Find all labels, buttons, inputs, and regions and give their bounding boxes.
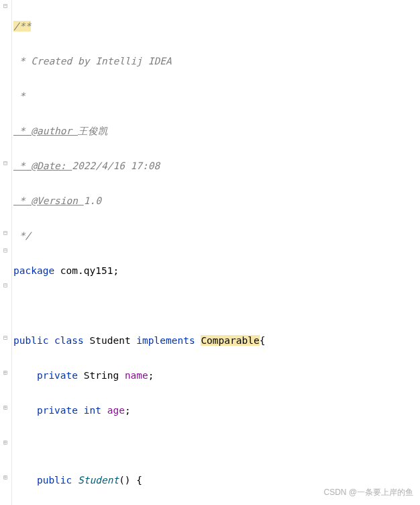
constructor-name: Student [78,475,119,486]
fold-marker[interactable]: ⊟ [2,230,9,236]
type-string: String [84,370,125,381]
comment-start: /** [13,21,31,32]
comment-line: * Created by Intellij IDEA [13,56,172,66]
field-age: age [107,405,125,416]
comparable-interface: Comparable [201,335,259,346]
doctag-author: * @author [13,126,78,136]
code-area[interactable]: /** * Created by Intellij IDEA * * @auth… [12,0,420,505]
fold-marker[interactable]: ⊞ [2,474,9,481]
private-keyword: private [13,370,84,381]
doctag-date: * @Date: [13,160,72,171]
private-int-keyword: private int [13,405,107,416]
comment-end: */ [13,230,31,241]
fold-marker[interactable]: ⊟ [2,160,9,167]
comment-line: * [13,91,25,101]
brace: { [260,335,266,346]
fold-marker[interactable]: ⊟ [2,247,9,254]
fold-marker[interactable]: ⊞ [2,439,9,446]
date-value: 2022/4/16 17:08 [72,160,160,171]
implements-keyword: implements [136,335,201,346]
author-value: 王俊凯 [78,126,108,136]
field-name: name [125,370,148,381]
fold-marker[interactable]: ⊟ [2,3,9,9]
package-keyword: package [13,265,60,276]
semicolon: ; [125,405,131,416]
class-name: Student [90,335,137,346]
watermark: CSDN @一条要上岸的鱼 [323,484,413,501]
public-keyword: public [13,475,78,486]
doctag-version: * @Version [13,195,84,206]
package-name: com.qy151; [60,265,119,276]
class-keywords: public class [13,335,90,346]
editor-container: ⊟ ⊟ ⊟ ⊟ ⊟ ⊟ ⊞ ⊞ ⊞ ⊞ /** * Created by Int… [0,0,420,505]
fold-marker[interactable]: ⊟ [2,334,9,341]
version-value: 1.0 [84,195,101,206]
params: () { [119,475,142,486]
fold-marker[interactable]: ⊟ [2,282,9,289]
fold-marker[interactable]: ⊞ [2,404,9,411]
fold-marker[interactable]: ⊞ [2,369,9,376]
semicolon: ; [148,370,154,381]
gutter: ⊟ ⊟ ⊟ ⊟ ⊟ ⊟ ⊞ ⊞ ⊞ ⊞ [0,0,12,505]
